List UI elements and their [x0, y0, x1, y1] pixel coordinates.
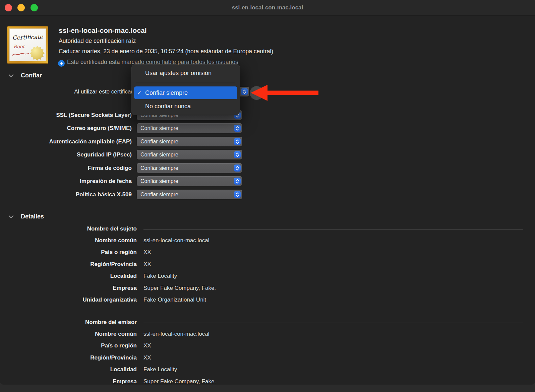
trust-policy-select-smime[interactable]: Confiar siempre	[137, 123, 242, 133]
certificate-name: ssl-en-local-con-mac.local	[59, 26, 147, 35]
disclosure-chevron-icon[interactable]	[8, 74, 14, 78]
when-using-label: Al utilizar este certificado:	[0, 87, 139, 96]
certificate-icon: Certificate Root	[7, 26, 48, 64]
trust-row-label: Impresión de fecha	[0, 176, 132, 186]
checkmark-icon: ✓	[137, 87, 145, 100]
detail-row: Empresa Super Fake Company, Fake.	[0, 284, 535, 292]
detail-row: Región/Provincia XX	[0, 260, 535, 268]
details-section-header: Detalles	[21, 213, 44, 220]
certificate-icon-word: Certificate	[9, 33, 46, 41]
detail-row: País o región XX	[0, 248, 535, 256]
trust-section-header: Confiar	[21, 72, 42, 79]
chevron-up-down-icon	[234, 125, 241, 132]
certificate-icon-root-word: Root	[13, 44, 24, 49]
trusted-note-text: Este certificado está marcado como fiabl…	[67, 59, 238, 65]
details-group-title-row: Nombre del emisor	[0, 318, 535, 326]
red-arrow-annotation	[248, 82, 320, 104]
disclosure-chevron-icon[interactable]	[8, 215, 14, 219]
certificate-window: ssl-en-local-con-mac.local Certificate R…	[0, 0, 535, 385]
window-title: ssl-en-local-con-mac.local	[0, 0, 535, 15]
chevron-up-down-icon	[234, 151, 241, 158]
trusted-plus-icon: +	[58, 60, 65, 67]
chevron-up-down-icon	[234, 138, 241, 145]
gold-seal-icon	[30, 46, 45, 61]
trust-row-label: Correo seguro (S/MIME)	[0, 123, 132, 133]
detail-row: Unidad organizativa Fake Organizational …	[0, 296, 535, 304]
trust-row-label: Firma de código	[0, 163, 132, 173]
menu-item-use-defaults[interactable]: Usar ajustes por omisión	[134, 66, 237, 80]
detail-row: País o región XX	[0, 342, 535, 350]
menu-separator	[136, 83, 235, 83]
expiry-label: Caduca: martes, 23 de enero de 2035, 10:…	[59, 48, 273, 55]
details-group-title-row: Nombre del sujeto	[0, 225, 535, 233]
chevron-up-down-icon	[234, 191, 241, 198]
divider	[143, 323, 523, 323]
trust-policy-select-eap[interactable]: Confiar siempre	[137, 137, 242, 146]
trust-row-label: Política básica X.509	[0, 190, 132, 199]
trust-row-label: Autenticación ampliable (EAP)	[0, 137, 132, 146]
detail-row: Región/Provincia XX	[0, 354, 535, 362]
detail-row: Nombre común ssl-en-local-con-mac.local	[0, 237, 535, 245]
detail-row: Nombre común ssl-en-local-con-mac.local	[0, 330, 535, 338]
menu-item-never-trust[interactable]: No confiar nunca	[134, 100, 237, 113]
titlebar: ssl-en-local-con-mac.local	[0, 0, 535, 16]
certificate-paper: Certificate Root	[9, 28, 46, 61]
divider	[143, 229, 523, 230]
trust-policy-select-timestamp[interactable]: Confiar siempre	[137, 176, 242, 186]
chevron-up-down-icon	[234, 165, 241, 172]
detail-row: Localidad Fake Locality	[0, 272, 535, 280]
trust-policy-select-ipsec[interactable]: Confiar siempre	[137, 150, 242, 159]
certificate-authority-label: Autoridad de certificación raíz	[59, 38, 136, 45]
detail-row: Localidad Fake Locality	[0, 366, 535, 374]
trust-row-label: SSL (Secure Sockets Layer)	[0, 110, 132, 120]
chevron-up-down-icon	[241, 88, 248, 95]
chevron-up-down-icon	[234, 178, 241, 185]
subject-name-title: Nombre del sujeto	[0, 225, 137, 233]
flourish-icon	[12, 52, 29, 57]
trust-row-label: Seguridad IP (IPsec)	[0, 150, 132, 159]
menu-item-always-trust[interactable]: ✓Confiar siempre	[134, 86, 237, 99]
trust-policy-select-x509[interactable]: Confiar siempre	[137, 190, 242, 199]
trust-popup-menu: Usar ajustes por omisión ✓Confiar siempr…	[132, 65, 240, 115]
trust-policy-select-codesign[interactable]: Confiar siempre	[137, 163, 242, 173]
detail-row: Empresa Super Fake Company, Fake.	[0, 378, 535, 385]
issuer-name-title: Nombre del emisor	[0, 318, 137, 326]
